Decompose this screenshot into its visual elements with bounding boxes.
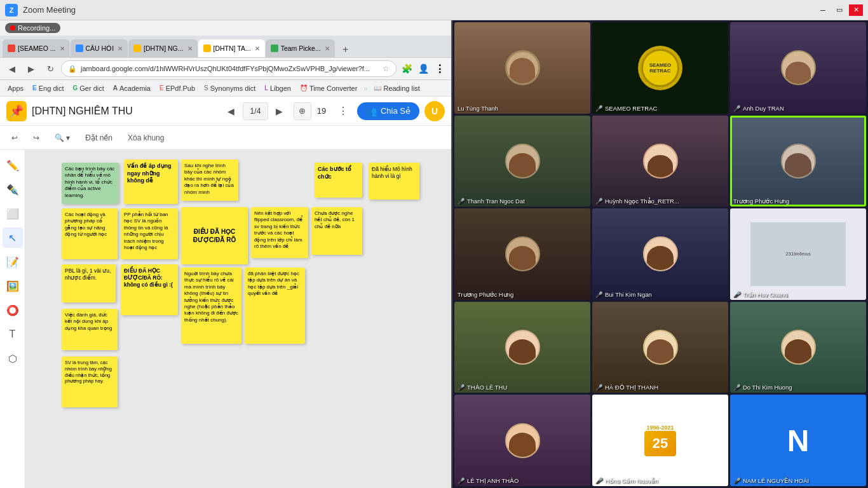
bookmark-engdict[interactable]: E Eng dict xyxy=(30,83,66,93)
tab-close-icon[interactable]: ✕ xyxy=(187,45,193,52)
participant-name: 🎤 Thanh Tran Ngoc Dat xyxy=(458,198,587,205)
address-bar[interactable]: 🔒 jamboard.google.com/d/1hlWWRHVrUszQhUK… xyxy=(61,60,397,77)
set-background-button[interactable]: Đặt nền xyxy=(80,131,118,145)
sticky-note-11[interactable]: PBL là gì, 1 vài ưu, nhược điểm. xyxy=(62,264,116,302)
sticky-note-5[interactable]: Đã hiểu Mô hình hành vi là gì xyxy=(369,163,419,200)
tab-close-icon[interactable]: ✕ xyxy=(325,45,330,52)
sticky-note-14[interactable]: đã phân biệt được học tập dựa trên dự án… xyxy=(245,268,305,344)
recording-label: Recording... xyxy=(18,24,55,32)
forward-button[interactable]: ▶ xyxy=(23,60,39,77)
tab-close-icon[interactable]: ✕ xyxy=(255,45,260,52)
page-total: 4 xyxy=(257,107,261,116)
eraser-tool[interactable]: ⬜ xyxy=(3,203,23,224)
sticky-note-13[interactable]: Nguời trình bày chưa thực sự hiểu rõ về … xyxy=(181,268,241,344)
zoom-control: ⊕ 19 xyxy=(294,102,329,120)
bookmarks-bar: Apps E Eng dict G Ger dict A Academia E … xyxy=(0,80,451,97)
refresh-button[interactable]: ↻ xyxy=(42,60,58,77)
tab-teampicker[interactable]: Team Picke... ✕ xyxy=(266,39,335,57)
share-button[interactable]: 👥 Chia Sẻ xyxy=(357,102,419,120)
menu-icon[interactable]: ⋮ xyxy=(432,61,447,76)
tab-cauhoi[interactable]: CÂU HỎI ✕ xyxy=(71,39,128,57)
bookmark-star-icon[interactable]: ☆ xyxy=(383,64,390,73)
image-tool[interactable]: 🖼️ xyxy=(3,276,23,296)
more-options-button[interactable]: ⋮ xyxy=(334,102,352,120)
bookmarks-separator: » xyxy=(363,85,367,92)
pen-tool[interactable]: ✒️ xyxy=(3,179,23,200)
participant-label: HÀ ĐỖ THỊ THANH xyxy=(605,384,658,391)
bookmark-label: Libgen xyxy=(270,85,291,92)
sticky-note-tool[interactable]: 📝 xyxy=(3,252,23,272)
sticky-note-6[interactable]: Các hoạt động và phương pháp cổ gắng tạo… xyxy=(62,208,118,259)
sticky-note-2[interactable]: Vấn đề áp dụng ngay những không dễ xyxy=(124,159,178,204)
bookmark-readinglist[interactable]: 📖 Reading list xyxy=(371,83,422,93)
undo-button[interactable]: ↩ xyxy=(6,131,23,145)
profile-icon[interactable]: 👤 xyxy=(416,61,431,76)
tab-label: [SEAMEO ... xyxy=(18,44,56,52)
tab-favicon xyxy=(76,44,83,52)
tab-bar: [SEAMEO ... ✕ CÂU HỎI ✕ [DHTN] NG... ✕ [… xyxy=(0,36,451,57)
sticky-note-16[interactable]: SV là trung tâm, các nhóm trình bày nhữn… xyxy=(62,356,118,407)
bookmark-apps[interactable]: Apps xyxy=(5,83,26,93)
close-button[interactable]: ✕ xyxy=(849,4,863,16)
bookmark-timeconverter[interactable]: ⏰ Time Converter xyxy=(297,83,360,93)
video-cell-truong-phuoc-hung2: Trương Phước Hưng xyxy=(454,208,590,300)
jamboard-canvas[interactable]: Các bạn trình bày các nhân để hiểu về mô… xyxy=(25,150,451,488)
text-tool[interactable]: T xyxy=(3,324,23,344)
cursor-tool[interactable]: ↖ xyxy=(3,227,23,248)
bookmark-synonyms[interactable]: S Synonyms dict xyxy=(201,83,258,93)
tab-close-icon[interactable]: ✕ xyxy=(118,45,123,52)
bookmark-epdfpub[interactable]: E EPdf.Pub xyxy=(157,83,198,93)
next-frame-button[interactable]: ▶ xyxy=(271,102,288,120)
mic-muted-icon: 🎤 xyxy=(595,477,603,484)
tab-close-icon[interactable]: ✕ xyxy=(60,45,65,52)
tab-dhtn1[interactable]: [DHTN] NG... ✕ xyxy=(128,39,197,57)
minimize-button[interactable]: ─ xyxy=(816,4,830,16)
new-tab-button[interactable]: + xyxy=(338,42,353,57)
sticky-note-4[interactable]: Các bước tổ chức xyxy=(315,163,362,198)
video-cell-huynh-ngoc-thao: 🎤 Huỳnh Ngọc Thảo_RETR... xyxy=(592,116,728,207)
recording-dot xyxy=(10,25,15,30)
tab-dhtn2[interactable]: [DHTN] TA... ✕ xyxy=(198,39,265,57)
maximize-button[interactable]: ▭ xyxy=(832,4,846,16)
sticky-note-9[interactable]: Nên kết hợp với flipped classroom, để sv… xyxy=(251,207,308,258)
sticky-note-10[interactable]: Chưa được nghe hết chủ đề, còn 1 chủ đề … xyxy=(311,207,362,255)
bookmark-academia[interactable]: A Academia xyxy=(111,83,153,93)
video-cell-anh-duy: 🎤 Anh Duy TRAN xyxy=(730,22,866,114)
bookmark-icon: A xyxy=(113,85,118,92)
zoom-button[interactable]: ⊕ xyxy=(294,102,311,120)
participant-name: 🎤 Do Thi Kim Huong xyxy=(733,384,863,391)
clear-frame-button[interactable]: Xóa khung xyxy=(123,131,169,145)
nav-bar: ◀ ▶ ↻ 🔒 jamboard.google.com/d/1hlWWRHVrU… xyxy=(0,57,451,80)
sticky-note-7[interactable]: PP phản hồi từ ban học SV là nguồn thông… xyxy=(121,208,178,259)
participant-label: Do Thi Kim Huong xyxy=(743,384,792,391)
sticky-note-1[interactable]: Các bạn trình bày các nhân để hiểu về mô… xyxy=(62,163,119,204)
participant-label: LÊ THỊ ANH THẢO xyxy=(467,477,519,484)
extensions-icon[interactable]: 🧩 xyxy=(399,61,414,76)
participant-label: Hồng Gấm Nguyễn xyxy=(605,477,658,484)
sticky-note-15[interactable]: Việc đánh giá, đức kết nội dung khi áp d… xyxy=(62,309,118,350)
share-label: Chia Sẻ xyxy=(381,106,410,116)
shapes-tool[interactable]: ⭕ xyxy=(3,300,23,320)
user-avatar[interactable]: U xyxy=(424,101,445,121)
participant-label: NAM LÊ NGUYỄN HOÀI xyxy=(743,477,809,484)
select-tool[interactable]: ✏️ xyxy=(3,155,23,175)
bookmark-gerdict[interactable]: G Ger dict xyxy=(71,83,107,93)
video-cell-thao-le-thu: 🎤 THẢO LÊ THU xyxy=(454,302,590,393)
redo-button[interactable]: ↪ xyxy=(28,131,44,145)
bookmark-label: Reading list xyxy=(383,85,419,92)
sticky-note-12[interactable]: ĐIỀU ĐÃ HỌC ĐƯỢC/ĐÃ RÕ: không có điều gì… xyxy=(121,264,178,315)
participant-label: Lu Tùng Thanh xyxy=(458,105,498,112)
sticky-note-3[interactable]: Sau khi nghe trình bày của các nhóm khác… xyxy=(181,159,238,201)
laser-tool[interactable]: ⬡ xyxy=(3,348,23,369)
mic-muted-icon: 🎤 xyxy=(733,105,741,112)
tab-seameo[interactable]: [SEAMEO ... ✕ xyxy=(3,39,70,57)
back-button[interactable]: ◀ xyxy=(4,60,20,77)
prev-frame-button[interactable]: ◀ xyxy=(222,102,240,120)
participant-name: 🎤 Trần Huy Quang xyxy=(733,291,863,298)
participant-label: Huỳnh Ngọc Thảo_RETR... xyxy=(605,198,679,205)
tab-favicon xyxy=(203,44,211,52)
participant-name: 🎤 Hồng Gấm Nguyễn xyxy=(595,477,725,484)
sticky-note-8[interactable]: ĐIỀU ĐÃ HỌC ĐƯỢC/ĐÃ RÕ xyxy=(181,207,248,264)
bookmark-libgen[interactable]: L Libgen xyxy=(262,83,294,93)
zoom-tool-button[interactable]: 🔍 ▾ xyxy=(50,131,75,145)
